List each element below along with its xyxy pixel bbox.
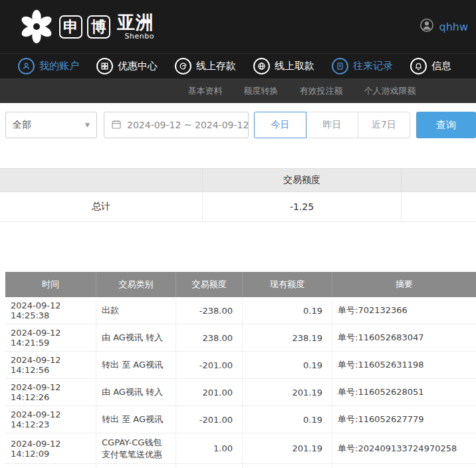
nav-item-messages[interactable]: 信息 [402, 54, 460, 78]
deposit-coil-icon [175, 58, 191, 74]
category-select-value: 全部 [13, 119, 31, 131]
nav-item-online-deposit[interactable]: 线上存款 [166, 54, 245, 78]
cell-balance: 201.19 [243, 433, 332, 463]
quick-range-group: 今日 昨日 近7日 [254, 112, 410, 138]
user-icon [18, 58, 35, 74]
subnav-item-valid-bets[interactable]: 有效投注额 [291, 85, 352, 97]
user-account[interactable]: qhhw [419, 18, 469, 35]
sub-nav: 基本资料 额度转换 有效投注额 个人游戏限额 [0, 78, 476, 103]
table-row: 2024-09-12 14:12:26 由 AG视讯 转入 201.00 201… [5, 379, 476, 406]
table-row: 2024-09-12 14:21:59 由 AG视讯 转入 238.00 238… [5, 324, 476, 352]
cell-balance: 0.19 [243, 406, 332, 433]
chevron-down-icon: ▼ [85, 122, 90, 128]
nav-item-promotions[interactable]: 优惠中心 [88, 54, 166, 78]
brand-wordmark: 亚洲 Shenbo [117, 13, 154, 41]
query-button[interactable]: 查询 [416, 112, 476, 138]
cell-memo: 单号:116052631198 [332, 352, 476, 378]
cell-amount: 238.00 [176, 324, 243, 351]
summary-total-row: 总计 -1.25 [0, 192, 476, 222]
summary-table: 交易额度 总计 -1.25 [0, 168, 476, 222]
col-header-time: 时间 [5, 272, 96, 297]
user-avatar-icon [419, 18, 434, 35]
cell-balance: 238.19 [243, 324, 332, 351]
cell-type: CGPAY支付 [96, 464, 176, 468]
cell-time: 2024-09-12 14:21:59 [5, 324, 96, 351]
nav-item-my-account[interactable]: 我的账户 [9, 54, 88, 78]
cell-type: CGPAY-CG钱包支付笔笔送优惠 [96, 433, 176, 463]
flower-logo-icon [19, 9, 55, 45]
summary-header-empty [402, 169, 476, 191]
table-row: 2024-09-12 14:12:23 转出 至 AG视讯 -201.00 0.… [5, 406, 476, 433]
calendar-icon [111, 119, 122, 132]
brand-char-bo: 博 [87, 15, 110, 39]
bell-icon [410, 58, 427, 74]
filter-bar: 全部 ▼ 2024-09-12 ~ 2024-09-12 今日 昨日 近7日 查… [0, 103, 476, 147]
cell-amount: 200.00 [176, 464, 243, 468]
cell-balance: 0.19 [243, 297, 332, 324]
cell-balance: 200.19 [243, 464, 332, 468]
username-text: qhhw [439, 21, 468, 33]
quick-last7days-button[interactable]: 近7日 [358, 112, 410, 138]
cell-amount: 1.00 [176, 433, 243, 463]
nav-label: 我的账户 [39, 60, 79, 72]
transactions-table: 时间 交易类别 交易额度 现有额度 摘要 2024-09-12 14:25:38… [5, 272, 476, 468]
globe-icon [253, 58, 270, 74]
brand-logo[interactable]: 申 博 亚洲 Shenbo [19, 9, 154, 45]
cell-memo: 单号:702132366 [332, 297, 476, 324]
table-row: 2024-09-12 14:12:09 CGPAY支付 200.00 200.1… [5, 464, 476, 468]
top-header: 申 博 亚洲 Shenbo qhhw [0, 0, 476, 53]
main-nav: 我的账户 优惠中心 线上存款 [0, 53, 476, 78]
cell-amount: -201.00 [176, 406, 243, 433]
cell-type: 转出 至 AG视讯 [96, 352, 176, 378]
cell-balance: 0.19 [243, 352, 332, 378]
grid-icon [96, 58, 113, 74]
cell-type: 由 AG视讯 转入 [96, 379, 176, 406]
nav-label: 线上存款 [196, 60, 236, 72]
cell-time: 2024-09-12 14:12:09 [5, 464, 96, 468]
cell-memo: 单号:202409133724970258 [332, 433, 476, 463]
cell-memo: 单号:116052627779 [332, 406, 476, 433]
date-range-input[interactable]: 2024-09-12 ~ 2024-09-12 [104, 112, 249, 138]
table-header-row: 时间 交易类别 交易额度 现有额度 摘要 [5, 272, 476, 297]
quick-yesterday-button[interactable]: 昨日 [306, 112, 358, 138]
subnav-item-credit-transfer[interactable]: 额度转换 [235, 85, 287, 97]
cell-time: 2024-09-12 14:12:23 [5, 406, 96, 433]
cell-amount: -201.00 [176, 352, 243, 378]
cell-time: 2024-09-12 14:12:26 [5, 379, 96, 406]
brand-region: 亚洲 [117, 13, 154, 33]
col-header-memo: 摘要 [332, 272, 476, 297]
category-select[interactable]: 全部 ▼ [5, 112, 97, 138]
cell-memo: 单号:202409133724970258 [332, 464, 476, 468]
summary-header-label: 交易额度 [203, 169, 402, 191]
subnav-item-basic-info[interactable]: 基本资料 [179, 85, 231, 97]
brand-char-shen: 申 [59, 15, 82, 39]
summary-header-row: 交易额度 [0, 168, 476, 192]
quick-today-button[interactable]: 今日 [254, 112, 306, 138]
subnav-item-game-limits[interactable]: 个人游戏限额 [356, 85, 425, 97]
nav-item-online-withdrawal[interactable]: 线上取款 [245, 54, 323, 78]
nav-label: 信息 [431, 60, 451, 72]
cell-type: 出款 [96, 297, 176, 324]
summary-header-empty [0, 169, 203, 191]
table-row: 2024-09-12 14:12:09 CGPAY-CG钱包支付笔笔送优惠 1.… [5, 433, 476, 464]
summary-empty-cell [402, 192, 476, 221]
table-row: 2024-09-12 14:25:38 出款 -238.00 0.19 单号:7… [5, 297, 476, 324]
nav-label: 线上取款 [275, 60, 314, 72]
col-header-balance: 现有额度 [243, 272, 332, 297]
cell-memo: 单号:116052628051 [332, 379, 476, 406]
cell-memo: 单号:116052683047 [332, 324, 476, 351]
summary-total-value: -1.25 [203, 192, 402, 221]
nav-label: 往来记录 [353, 60, 393, 72]
col-header-type: 交易类别 [96, 272, 176, 297]
cell-balance: 201.19 [243, 379, 332, 406]
summary-total-label: 总计 [0, 192, 203, 221]
table-row: 2024-09-12 14:12:56 转出 至 AG视讯 -201.00 0.… [5, 352, 476, 379]
nav-label: 优惠中心 [118, 60, 158, 72]
cell-type: 由 AG视讯 转入 [96, 324, 176, 351]
cell-amount: -238.00 [176, 297, 243, 324]
nav-item-transaction-records[interactable]: 往来记录 [323, 54, 402, 78]
cell-time: 2024-09-12 14:12:09 [5, 433, 96, 463]
date-range-value: 2024-09-12 ~ 2024-09-12 [127, 120, 249, 130]
cell-amount: 201.00 [176, 379, 243, 406]
brand-latin: Shenbo [125, 32, 154, 41]
